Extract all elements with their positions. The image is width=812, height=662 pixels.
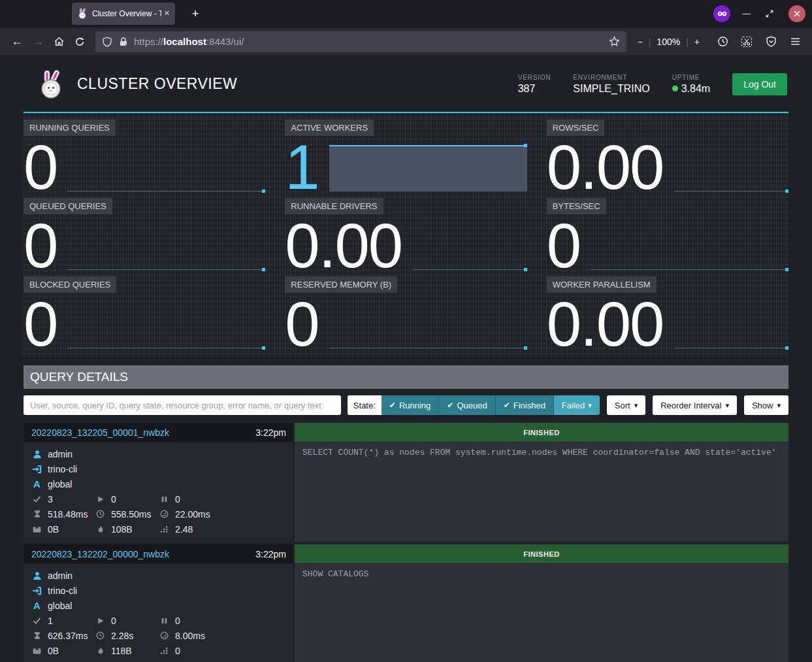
query-filter-toolbar: State: ✔Running ✔Queued ✔Finished Failed…: [24, 395, 788, 415]
sparkline: [67, 300, 265, 348]
query-source: trino-cli: [48, 464, 77, 474]
running-splits-play-icon: [95, 617, 106, 625]
show-dropdown[interactable]: Show▾: [744, 395, 788, 415]
logout-button[interactable]: Log Out: [732, 73, 787, 95]
minimize-button[interactable]: —: [742, 8, 751, 18]
trino-favicon: [77, 8, 88, 19]
wall-time: 518.48ms: [48, 509, 88, 520]
stat-panel-runnable-drivers: RUNNABLE DRIVERS 0.00: [285, 198, 527, 271]
peak-memory: 118B: [111, 646, 132, 656]
screenshot-icon[interactable]: [736, 32, 757, 52]
parallelism-chart-icon: [159, 646, 170, 655]
current-memory: 0B: [48, 524, 59, 535]
query-id-link[interactable]: 20220823_132205_00001_nwbzk: [31, 427, 255, 438]
total-wall-time: 2.28s: [111, 631, 133, 641]
completed-splits: 3: [48, 494, 53, 505]
navigation-toolbar: ← → https://localhost:8443/ui/ − | 100% …: [0, 27, 812, 56]
stat-value: 0.00: [547, 301, 664, 348]
filter-queued-button[interactable]: ✔Queued: [439, 395, 495, 415]
stat-panel-queued-queries: QUEUED QUERIES 0: [24, 198, 265, 271]
stat-value: 0: [24, 144, 57, 191]
parallelism-chart-icon: [159, 525, 170, 533]
restore-button[interactable]: [765, 9, 774, 18]
wall-time: 626.37ms: [48, 631, 88, 641]
uptime-label: UPTIME: [672, 74, 710, 81]
check-icon: ✔: [389, 401, 396, 410]
query-id-link[interactable]: 20220823_132202_00000_nwbzk: [31, 549, 255, 559]
page-header: CLUSTER OVERVIEW VERSION 387 ENVIRONMENT…: [24, 56, 788, 113]
tab-title: Cluster Overview - Trino: [92, 9, 161, 18]
total-wall-time: 558.50ms: [111, 509, 151, 520]
current-memory: 0B: [48, 646, 59, 656]
query-source: trino-cli: [48, 586, 77, 596]
query-details-header: QUERY DETAILS: [24, 365, 788, 389]
user-icon: [31, 450, 42, 459]
home-icon[interactable]: [48, 32, 69, 52]
trino-cluster-overview-page: CLUSTER OVERVIEW VERSION 387 ENVIRONMENT…: [0, 56, 812, 662]
forward-icon[interactable]: →: [27, 32, 48, 52]
peak-memory-fire-icon: [95, 646, 106, 655]
sparkline: [412, 222, 527, 270]
query-status-badge: FINISHED: [295, 544, 788, 563]
filter-running-button[interactable]: ✔Running: [382, 395, 440, 415]
query-resource-group: global: [48, 601, 72, 611]
query-list: 20220823_132205_00001_nwbzk 3:22pm FINIS…: [24, 423, 788, 662]
state-filter-group: State: ✔Running ✔Queued ✔Finished Failed…: [348, 395, 600, 415]
stat-value: 0.00: [547, 144, 664, 191]
query-detail-panel: admin trino-cli Aglobal 3 0 0 518.48ms 5…: [24, 442, 293, 542]
bookmark-star-icon[interactable]: [609, 36, 620, 47]
query-time: 3:22pm: [255, 549, 286, 559]
cpu-time: 8.00ms: [175, 631, 205, 641]
url-text[interactable]: https://localhost:8443/ui/: [134, 36, 609, 47]
browser-tab[interactable]: Cluster Overview - Trino ✕: [72, 3, 175, 25]
query-sql-text: SHOW CATALOGS: [302, 569, 781, 579]
zoom-out-button[interactable]: −: [632, 37, 649, 47]
version-value: 387: [518, 83, 551, 95]
completed-splits-check-icon: [31, 616, 42, 625]
queued-splits: 0: [175, 494, 180, 505]
uptime-value: 3.84m: [681, 83, 710, 95]
reorder-interval-dropdown[interactable]: Reorder Interval▾: [653, 395, 737, 415]
running-splits: 0: [111, 616, 116, 626]
sparkline: [67, 222, 265, 270]
query-sql-text: SELECT COUNT(*) as nodes FROM system.run…: [302, 448, 781, 457]
query-resource-group: global: [48, 479, 72, 489]
sparkline: [329, 300, 527, 348]
stat-value: 0.00: [285, 222, 402, 270]
reload-icon[interactable]: [69, 32, 90, 52]
zoom-level[interactable]: 100%: [651, 37, 686, 47]
filter-failed-dropdown[interactable]: Failed▾: [554, 395, 600, 415]
new-tab-button[interactable]: +: [187, 7, 204, 21]
filter-finished-button[interactable]: ✔Finished: [496, 395, 554, 415]
query-search-input[interactable]: [24, 395, 341, 415]
stat-value: 0: [285, 301, 318, 348]
check-icon: ✔: [504, 401, 510, 410]
uptime-status-dot: [672, 86, 678, 91]
close-button[interactable]: [788, 5, 805, 22]
peak-memory: 108B: [111, 524, 133, 535]
url-bar[interactable]: https://localhost:8443/ui/: [95, 31, 626, 52]
running-splits: 0: [111, 494, 116, 505]
menu-hamburger-icon[interactable]: [785, 32, 805, 52]
page-title: CLUSTER OVERVIEW: [77, 75, 518, 93]
queued-splits-pause-icon: [159, 495, 170, 503]
chevron-down-icon: ▾: [588, 401, 592, 410]
cpu-time-gauge-icon: [159, 631, 170, 640]
sparkline: [67, 143, 265, 191]
shield-chevron-icon[interactable]: [760, 32, 781, 52]
total-wall-time-clock-icon: [95, 510, 106, 518]
history-clock-icon[interactable]: [712, 32, 733, 52]
lock-warning-icon[interactable]: [118, 37, 129, 47]
stat-value: 0: [24, 301, 57, 348]
tab-close-icon[interactable]: ✕: [164, 9, 170, 18]
back-icon[interactable]: ←: [7, 32, 27, 52]
peak-memory-fire-icon: [95, 525, 106, 534]
environment-label: ENVIRONMENT: [573, 74, 649, 81]
stat-value: 0: [547, 222, 580, 270]
shield-icon[interactable]: [102, 37, 112, 47]
zoom-in-button[interactable]: +: [689, 37, 706, 47]
chevron-down-icon: ▾: [634, 401, 638, 410]
resource-group-icon: A: [31, 478, 42, 489]
sort-dropdown[interactable]: Sort▾: [607, 395, 645, 415]
wall-time-hourglass-icon: [31, 510, 42, 518]
